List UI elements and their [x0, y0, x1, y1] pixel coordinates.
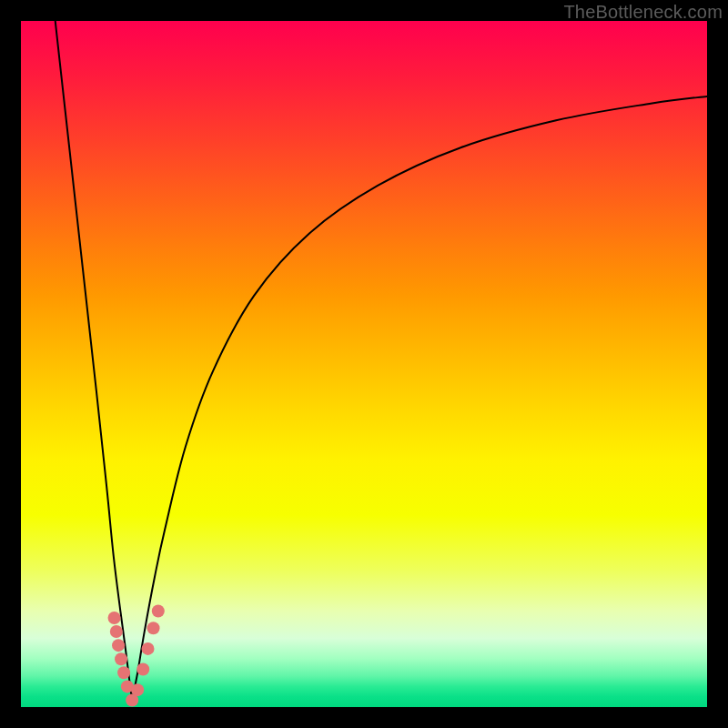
data-marker — [147, 622, 160, 634]
data-marker — [141, 642, 154, 655]
data-marker — [131, 683, 144, 696]
plot-area — [21, 21, 707, 707]
data-marker — [110, 625, 123, 638]
data-marker — [108, 612, 121, 624]
data-marker — [112, 639, 125, 652]
curve-right — [132, 96, 707, 701]
curve-left — [56, 21, 132, 700]
data-marker — [115, 652, 127, 665]
data-marker — [117, 666, 130, 679]
curve-layer — [21, 21, 707, 707]
chart-frame: TheBottleneck.com — [0, 0, 728, 728]
data-marker — [136, 663, 149, 676]
watermark-text: TheBottleneck.com — [563, 2, 723, 23]
data-marker — [152, 604, 165, 617]
